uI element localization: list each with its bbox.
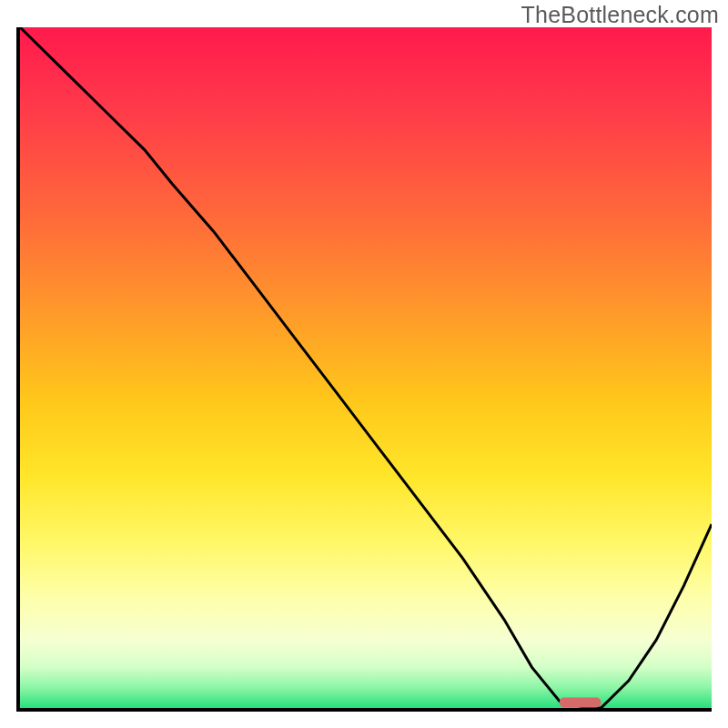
trough-marker <box>560 698 602 708</box>
curve-layer <box>20 27 712 708</box>
plot-area <box>16 27 712 712</box>
chart-container: TheBottleneck.com <box>0 0 728 728</box>
bottleneck-curve <box>20 27 712 708</box>
watermark-label: TheBottleneck.com <box>521 2 719 28</box>
